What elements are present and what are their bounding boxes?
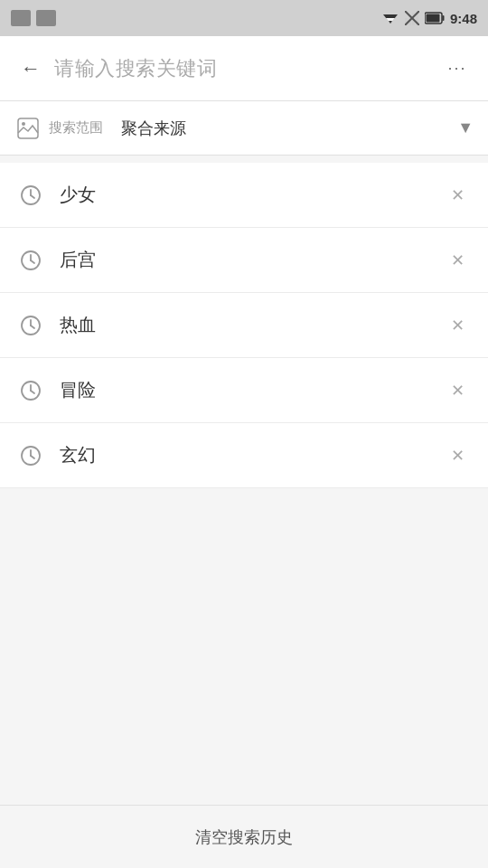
wifi-icon <box>381 11 399 25</box>
more-button[interactable]: ··· <box>441 52 474 85</box>
search-bar: ← 请输入搜索关键词 ··· <box>0 36 488 101</box>
history-clock-icon <box>14 439 47 472</box>
history-text: 冒险 <box>60 378 441 402</box>
history-item: 少女 ✕ <box>0 163 488 228</box>
history-clock-icon <box>14 244 47 277</box>
history-item: 热血 ✕ <box>0 293 488 358</box>
history-text: 玄幻 <box>60 443 441 467</box>
delete-icon: ✕ <box>451 381 465 401</box>
scope-icon <box>14 115 42 142</box>
status-right: 9:48 <box>381 11 477 26</box>
history-text: 后宫 <box>60 248 441 272</box>
photo-icon <box>36 10 56 26</box>
scope-label: 搜索范围 <box>49 119 103 137</box>
history-clock-icon <box>14 179 47 212</box>
svg-line-19 <box>31 260 34 263</box>
history-item: 玄幻 ✕ <box>0 423 488 488</box>
clear-history-button[interactable]: 清空搜索历史 <box>0 805 488 868</box>
delete-button[interactable]: ✕ <box>441 374 474 407</box>
history-item: 冒险 ✕ <box>0 358 488 423</box>
keyboard-icon <box>11 10 31 26</box>
svg-line-16 <box>31 195 34 198</box>
time-display: 9:48 <box>450 11 477 26</box>
history-list: 少女 ✕ 后宫 ✕ <box>0 163 488 488</box>
dropdown-arrow-icon: ▼ <box>457 118 474 137</box>
svg-rect-11 <box>426 14 439 23</box>
svg-line-28 <box>31 456 34 458</box>
history-clock-icon <box>14 374 47 407</box>
search-input[interactable]: 请输入搜索关键词 <box>54 55 441 82</box>
delete-button[interactable]: ✕ <box>441 439 474 472</box>
delete-button[interactable]: ✕ <box>441 309 474 342</box>
delete-icon: ✕ <box>451 250 465 270</box>
svg-marker-2 <box>389 21 392 24</box>
svg-line-25 <box>31 391 34 393</box>
more-dots-icon: ··· <box>447 59 466 78</box>
signal-icon <box>405 11 419 25</box>
history-clock-icon <box>14 309 47 342</box>
svg-rect-10 <box>442 15 444 21</box>
clear-history-label: 清空搜索历史 <box>195 826 293 848</box>
history-item: 后宫 ✕ <box>0 228 488 293</box>
status-bar: 9:48 <box>0 0 488 36</box>
svg-line-22 <box>31 326 34 328</box>
svg-point-13 <box>22 122 25 126</box>
history-text: 热血 <box>60 313 441 337</box>
delete-icon: ✕ <box>451 185 465 205</box>
battery-icon <box>425 12 445 24</box>
status-left-icons <box>11 10 56 26</box>
delete-button[interactable]: ✕ <box>441 179 474 212</box>
history-text: 少女 <box>60 183 441 207</box>
scope-selected: 聚合来源 <box>121 118 457 139</box>
back-arrow-icon: ← <box>21 57 41 80</box>
back-button[interactable]: ← <box>14 52 47 85</box>
scope-row[interactable]: 搜索范围 聚合来源 ▼ <box>0 101 488 156</box>
delete-icon: ✕ <box>451 316 465 335</box>
delete-button[interactable]: ✕ <box>441 244 474 277</box>
delete-icon: ✕ <box>451 446 465 466</box>
